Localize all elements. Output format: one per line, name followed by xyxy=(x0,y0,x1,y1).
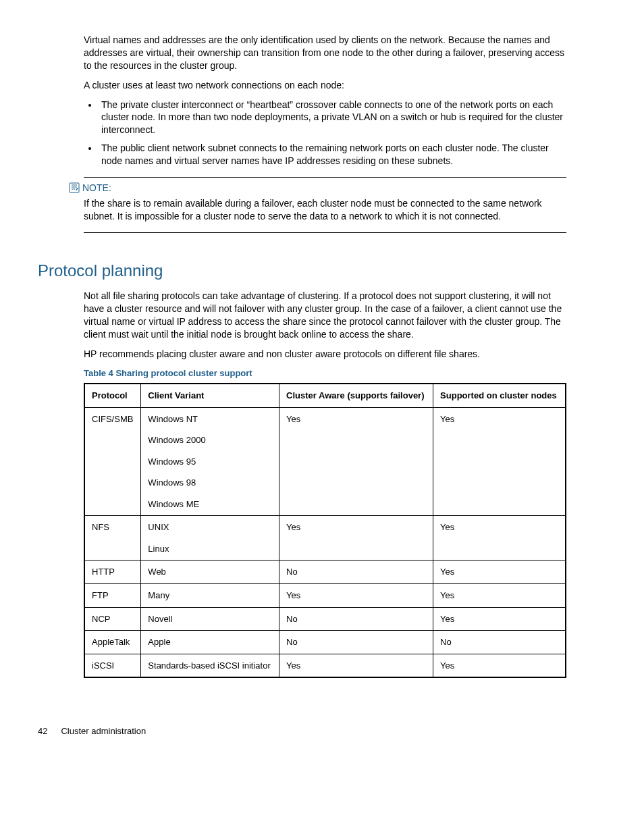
note-divider-top xyxy=(84,177,566,178)
cell-supported: Yes xyxy=(433,516,566,561)
col-protocol: Protocol xyxy=(84,384,141,407)
note-label: NOTE: xyxy=(82,182,111,194)
col-variant: Client Variant xyxy=(141,384,279,407)
col-aware: Cluster Aware (supports failover) xyxy=(279,384,433,407)
cell-protocol: NFS xyxy=(84,516,141,561)
protocol-table: Protocol Client Variant Cluster Aware (s… xyxy=(84,383,566,678)
col-supported: Supported on cluster nodes xyxy=(433,384,566,407)
table-header-row: Protocol Client Variant Cluster Aware (s… xyxy=(84,384,566,407)
cell-protocol: CIFS/SMB xyxy=(84,407,141,516)
cell-supported: Yes xyxy=(433,584,566,608)
cell-aware: Yes xyxy=(279,654,433,677)
cell-protocol: NCP xyxy=(84,607,141,631)
cell-supported: Yes xyxy=(433,607,566,631)
section-p2: HP recommends placing cluster aware and … xyxy=(84,348,566,361)
cell-aware: No xyxy=(279,631,433,654)
cell-supported: Yes xyxy=(433,654,566,677)
intro-bullets: The private cluster interconnect or “hea… xyxy=(84,99,566,167)
cell-supported: Yes xyxy=(433,561,566,584)
section-p1: Not all file sharing protocols can take … xyxy=(84,290,566,341)
variant-item: Linux xyxy=(148,543,272,555)
table-row: NCPNovellNoYes xyxy=(84,607,566,631)
cell-variant: Standards-based iSCSI initiator xyxy=(141,654,279,677)
variant-item: Windows ME xyxy=(148,498,272,511)
bullet-item: The private cluster interconnect or “hea… xyxy=(99,99,566,137)
cell-protocol: AppleTalk xyxy=(84,631,141,654)
section-body: Not all file sharing protocols can take … xyxy=(84,290,566,678)
note-body: If the share is to remain available duri… xyxy=(84,197,566,223)
cell-aware: Yes xyxy=(279,516,433,561)
page-footer: 42 Cluster administration xyxy=(38,725,566,737)
cell-variant: UNIXLinux xyxy=(141,516,279,561)
variant-item: Windows 95 xyxy=(148,456,272,468)
table-row: HTTPWebNoYes xyxy=(84,561,566,584)
note-divider-bottom xyxy=(84,232,566,233)
variant-item: Windows 2000 xyxy=(148,434,272,446)
note-icon xyxy=(69,182,80,193)
cell-protocol: FTP xyxy=(84,584,141,608)
cell-aware: Yes xyxy=(279,584,433,608)
cell-protocol: iSCSI xyxy=(84,654,141,677)
cell-supported: Yes xyxy=(433,407,566,516)
svg-rect-0 xyxy=(70,183,79,192)
table-body: CIFS/SMBWindows NTWindows 2000Windows 95… xyxy=(84,407,566,677)
variant-item: Windows NT xyxy=(148,413,272,425)
table-row: iSCSIStandards-based iSCSI initiatorYesY… xyxy=(84,654,566,677)
cell-variant: Windows NTWindows 2000Windows 95Windows … xyxy=(141,407,279,516)
cell-variant: Web xyxy=(141,561,279,584)
page-number: 42 xyxy=(38,725,47,737)
note-block: NOTE: If the share is to remain availabl… xyxy=(84,177,566,233)
table-row: AppleTalkAppleNoNo xyxy=(84,631,566,654)
intro-p1: Virtual names and addresses are the only… xyxy=(84,34,566,72)
cell-supported: No xyxy=(433,631,566,654)
table-head: Protocol Client Variant Cluster Aware (s… xyxy=(84,384,566,407)
note-header: NOTE: xyxy=(69,182,566,194)
intro-block: Virtual names and addresses are the only… xyxy=(84,34,566,167)
cell-variant: Novell xyxy=(141,607,279,631)
intro-p2: A cluster uses at least two network conn… xyxy=(84,79,566,92)
table-row: CIFS/SMBWindows NTWindows 2000Windows 95… xyxy=(84,407,566,516)
cell-variant: Apple xyxy=(141,631,279,654)
section-heading: Protocol planning xyxy=(38,260,566,282)
variant-item: Windows 98 xyxy=(148,477,272,489)
table-row: NFSUNIXLinuxYesYes xyxy=(84,516,566,561)
bullet-item: The public client network subnet connect… xyxy=(99,142,566,167)
cell-aware: No xyxy=(279,607,433,631)
cell-aware: No xyxy=(279,561,433,584)
cell-variant: Many xyxy=(141,584,279,608)
cell-protocol: HTTP xyxy=(84,561,141,584)
table-caption: Table 4 Sharing protocol cluster support xyxy=(84,367,566,380)
table-row: FTPManyYesYes xyxy=(84,584,566,608)
footer-title: Cluster administration xyxy=(61,725,146,737)
cell-aware: Yes xyxy=(279,407,433,516)
variant-item: UNIX xyxy=(148,521,272,533)
